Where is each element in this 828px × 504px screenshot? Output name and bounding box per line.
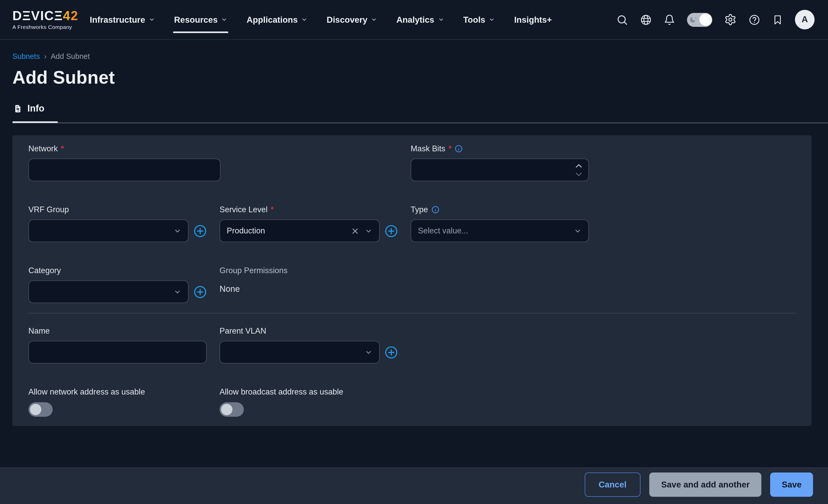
- nav-item-discovery[interactable]: Discovery: [327, 0, 377, 39]
- field-category: Category: [29, 266, 219, 303]
- avatar[interactable]: A: [795, 10, 815, 30]
- form-row-name: Name Parent VLAN: [29, 326, 796, 364]
- logo-accent: 42: [63, 8, 79, 23]
- type-label: Type: [411, 205, 428, 214]
- vrf-group-select[interactable]: [29, 219, 189, 242]
- mask-bits-input[interactable]: [411, 159, 589, 181]
- service-level-select[interactable]: Production: [219, 219, 380, 242]
- bell-icon[interactable]: [664, 14, 675, 26]
- form-row-vrf: VRF Group Service Level *: [29, 205, 796, 242]
- field-parent-vlan: Parent VLAN: [219, 326, 411, 364]
- chevron-down-icon: [489, 16, 495, 23]
- field-vrf-group: VRF Group: [29, 205, 219, 242]
- main-nav: Infrastructure Resources Applications Di…: [90, 0, 552, 39]
- logo-tagline: A Freshworks Company: [12, 25, 78, 30]
- nav-item-insights-plus[interactable]: Insights+: [514, 0, 552, 39]
- nav-item-tools[interactable]: Tools: [463, 0, 495, 39]
- group-permissions-label: Group Permissions: [219, 266, 288, 275]
- type-select[interactable]: Select value...: [411, 219, 589, 242]
- toggle-knob: [699, 13, 711, 26]
- info-icon[interactable]: [455, 144, 463, 153]
- save-button[interactable]: Save: [771, 472, 813, 497]
- device42-logo[interactable]: DΞVICΞ42 A Freshworks Company: [12, 9, 78, 30]
- cancel-button[interactable]: Cancel: [585, 472, 640, 497]
- chevron-down-icon: [173, 288, 181, 296]
- save-and-add-another-button[interactable]: Save and add another: [649, 472, 761, 497]
- category-label: Category: [29, 266, 61, 275]
- file-text-icon: [13, 104, 22, 114]
- gear-icon[interactable]: [724, 13, 737, 26]
- add-vrf-group-button[interactable]: [193, 224, 207, 238]
- chevron-down-icon: [574, 227, 582, 235]
- globe-icon[interactable]: [640, 14, 652, 26]
- allow-broadcast-address-toggle[interactable]: [219, 402, 244, 417]
- form-row-category: Category Group Permissions None: [29, 266, 796, 303]
- field-type: Type Select value...: [411, 205, 796, 242]
- network-input[interactable]: [29, 159, 220, 181]
- required-marker: *: [61, 144, 64, 153]
- service-level-label: Service Level: [219, 205, 267, 214]
- number-stepper: [575, 159, 582, 181]
- name-label: Name: [29, 326, 50, 336]
- add-service-level-button[interactable]: [384, 224, 398, 238]
- tab-info[interactable]: Info: [12, 103, 58, 122]
- moon-icon: [690, 15, 698, 24]
- name-input[interactable]: [29, 341, 207, 364]
- add-parent-vlan-button[interactable]: [384, 345, 398, 359]
- field-allow-network-address: Allow network address as usable: [29, 387, 219, 417]
- chevron-down-icon: [365, 348, 372, 356]
- network-label: Network: [29, 144, 58, 153]
- search-icon[interactable]: [616, 14, 628, 26]
- allow-broadcast-address-label: Allow broadcast address as usable: [219, 387, 343, 396]
- app-window: DΞVICΞ42 A Freshworks Company Infrastruc…: [0, 0, 828, 504]
- toggle-knob: [30, 404, 41, 415]
- service-level-value: Production: [227, 226, 351, 236]
- type-placeholder: Select value...: [418, 226, 574, 236]
- info-form-panel: Network * Mask Bits *: [12, 135, 812, 426]
- vrf-group-label: VRF Group: [29, 205, 69, 214]
- chevron-down-icon: [301, 16, 307, 23]
- allow-network-address-label: Allow network address as usable: [29, 387, 145, 396]
- tab-label: Info: [27, 103, 44, 114]
- field-group-permissions: Group Permissions None: [219, 266, 411, 303]
- nav-item-infrastructure[interactable]: Infrastructure: [90, 0, 155, 39]
- nav-item-applications[interactable]: Applications: [247, 0, 307, 39]
- form-action-bar: Cancel Save and add another Save: [0, 467, 828, 504]
- category-select[interactable]: [29, 281, 189, 303]
- page-content: Subnets › Add Subnet Add Subnet Info Net…: [0, 40, 828, 426]
- parent-vlan-select[interactable]: [219, 341, 380, 364]
- clear-icon[interactable]: [351, 227, 359, 235]
- bookmark-icon[interactable]: [772, 14, 783, 26]
- group-permissions-value: None: [219, 284, 411, 294]
- breadcrumb: Subnets › Add Subnet: [12, 52, 828, 60]
- active-tab-indicator: [12, 121, 58, 123]
- breadcrumb-link-subnets[interactable]: Subnets: [12, 52, 40, 60]
- help-icon[interactable]: [748, 14, 760, 26]
- stepper-up-icon[interactable]: [575, 163, 582, 168]
- stepper-down-icon[interactable]: [575, 172, 582, 176]
- field-network: Network *: [29, 144, 411, 181]
- tab-bar: Info: [12, 103, 812, 122]
- required-marker: *: [271, 205, 274, 214]
- chevron-down-icon: [438, 16, 444, 23]
- add-category-button[interactable]: [193, 285, 207, 299]
- info-icon[interactable]: [431, 206, 439, 214]
- chevron-down-icon: [221, 16, 227, 23]
- form-row-network: Network * Mask Bits *: [29, 144, 796, 181]
- parent-vlan-label: Parent VLAN: [219, 326, 266, 336]
- nav-item-resources[interactable]: Resources: [174, 0, 227, 39]
- tab-bar-rule: [12, 122, 828, 123]
- allow-network-address-toggle[interactable]: [29, 402, 53, 417]
- field-name: Name: [29, 326, 219, 364]
- field-service-level: Service Level * Production: [219, 205, 411, 242]
- breadcrumb-current: Add Subnet: [51, 52, 90, 60]
- section-divider: [29, 313, 796, 313]
- toggle-knob: [221, 404, 233, 415]
- chevron-down-icon: [149, 16, 155, 23]
- page-title: Add Subnet: [12, 67, 828, 88]
- mask-bits-label: Mask Bits: [411, 144, 445, 153]
- breadcrumb-separator: ›: [44, 52, 46, 60]
- nav-item-analytics[interactable]: Analytics: [397, 0, 444, 39]
- theme-toggle[interactable]: [687, 13, 712, 27]
- top-navigation-bar: DΞVICΞ42 A Freshworks Company Infrastruc…: [0, 0, 828, 40]
